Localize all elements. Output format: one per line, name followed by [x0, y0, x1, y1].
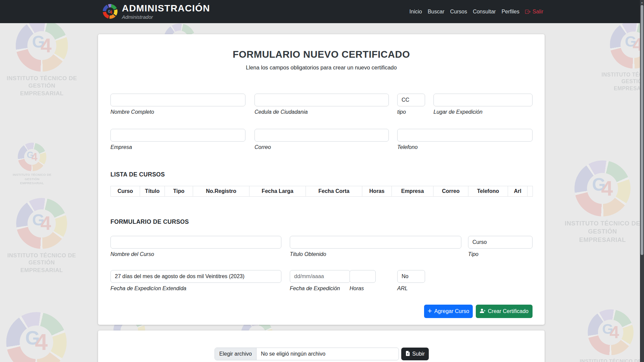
- field-tipo-curso: Curso Tipo: [468, 236, 533, 257]
- page-subtitle: Llena los campos obligatorios para crear…: [98, 64, 545, 71]
- col-horas: Horas: [362, 186, 392, 197]
- field-tipo-documento: CC tipo: [397, 94, 425, 115]
- nombre-completo-label: Nombre Completo: [110, 109, 245, 115]
- field-correo: Correo: [255, 129, 389, 150]
- watermark-logo: G4 INSTITUTO TÉCNICO DE GESTIÓN EMPRESAR…: [0, 312, 78, 362]
- nav-links: Inicio Buscar Cursos Consultar Perfiles …: [409, 9, 543, 15]
- field-fecha-expedicion: Fecha de Expedición: [290, 270, 350, 292]
- col-fecha-larga: Fecha Larga: [249, 186, 306, 197]
- agregar-curso-button[interactable]: + Agregar Curso: [424, 305, 473, 318]
- fecha-extendida-input[interactable]: [110, 270, 281, 283]
- nav-item-salir[interactable]: Salir: [525, 9, 543, 15]
- correo-input[interactable]: [255, 129, 389, 142]
- col-titulo: Título: [140, 186, 165, 197]
- page: G4 INSTITUTO TÉCNICO DE GESTIÓN EMPRESAR…: [0, 0, 644, 362]
- nombre-curso-label: Nombre del Curso: [110, 251, 281, 257]
- watermark-logo: G4 INSTITUTO TÉCNICO DE GESTIÓN EMPRESAR…: [601, 21, 644, 92]
- col-telefono: Telefono: [468, 186, 508, 197]
- lugar-expedicion-input[interactable]: [433, 94, 533, 106]
- watermark-logo: G4 INSTITUTO TÉCNICO DE GESTIÓN EMPRESAR…: [6, 19, 78, 97]
- watermark-logo: G4 INSTITUTO TÉCNICO DE GESTIÓN EMPRESAR…: [12, 143, 52, 185]
- watermark-logo: G4 INSTITUTO TÉCNICO DE GESTIÓN EMPRESAR…: [564, 160, 641, 244]
- crear-certificado-button[interactable]: Crear Certificado: [476, 305, 533, 318]
- table-header-row: Curso Título Tipo No.Registro Fecha Larg…: [111, 186, 533, 197]
- nombre-completo-input[interactable]: [110, 94, 245, 106]
- field-titulo-obtenido: Titulo Obtenido: [290, 236, 461, 257]
- col-correo: Correo: [433, 186, 468, 197]
- file-input[interactable]: Elegir archivo No se eligió ningún archi…: [215, 348, 399, 360]
- cedula-label: Cedula de Ciudadania: [255, 109, 389, 115]
- g4-ring-logo: [16, 19, 68, 72]
- arl-select[interactable]: No: [397, 270, 425, 283]
- fecha-expedicion-input[interactable]: [290, 270, 350, 283]
- field-telefono: Telefono: [397, 129, 533, 150]
- col-empresa: Empresa: [392, 186, 433, 197]
- upload-card: Elegir archivo No se eligió ningún archi…: [98, 330, 545, 362]
- horas-input[interactable]: [350, 270, 376, 283]
- scrollbar-up-icon[interactable]: ▲: [640, 1, 644, 5]
- field-lugar-expedicion: Lugar de Expedición: [433, 94, 533, 115]
- titulo-obtenido-label: Titulo Obtenido: [290, 251, 461, 257]
- col-arl: Arl: [508, 186, 527, 197]
- person-plus-icon: [480, 308, 486, 315]
- watermark-logo: G4 INSTITUTO TÉCNICO DE GESTIÓN EMPRESAR…: [7, 198, 77, 274]
- fecha-extendida-label: Fecha de Expedicíon Extendida: [110, 286, 281, 292]
- arl-label: ARL: [397, 286, 425, 292]
- field-horas: Horas: [350, 270, 376, 292]
- watermark-logo: G4 INSTITUTO TÉCNICO DE GESTIÓN EMPRESAR…: [579, 309, 642, 362]
- certificate-form-card: FORMULARIO NUEVO CERTIFICADO Llena los c…: [98, 34, 545, 325]
- tipo-curso-label: Tipo: [468, 251, 533, 257]
- cedula-input[interactable]: [255, 94, 389, 106]
- lista-cursos-heading: LISTA DE CURSOS: [110, 171, 165, 178]
- col-fecha-corta: Fecha Corta: [306, 186, 362, 197]
- horas-label: Horas: [350, 286, 376, 292]
- nav-item-buscar[interactable]: Buscar: [428, 9, 445, 15]
- choose-file-button[interactable]: Elegir archivo: [215, 348, 257, 360]
- brand[interactable]: G4 ADMINISTRACIÓN Administrador: [103, 3, 210, 20]
- empresa-input[interactable]: [110, 129, 245, 142]
- nav-item-cursos[interactable]: Cursos: [450, 9, 467, 15]
- formulario-cursos-heading: FORMULARIO DE CURSOS: [110, 218, 189, 225]
- col-no-registro: No.Registro: [193, 186, 249, 197]
- telefono-label: Telefono: [397, 144, 533, 150]
- scrollbar-thumb[interactable]: [641, 5, 643, 255]
- page-title: FORMULARIO NUEVO CERTIFICADO: [98, 49, 545, 60]
- telefono-input[interactable]: [397, 129, 533, 142]
- correo-label: Correo: [255, 144, 389, 150]
- empresa-label: Empresa: [110, 144, 245, 150]
- tipo-documento-select[interactable]: CC: [397, 94, 425, 106]
- titulo-obtenido-input[interactable]: [290, 236, 461, 249]
- nav-item-inicio[interactable]: Inicio: [409, 9, 422, 15]
- field-nombre-curso: Nombre del Curso: [110, 236, 281, 257]
- g4-logo-icon: G4: [103, 4, 118, 19]
- tipo-documento-label: tipo: [397, 109, 425, 115]
- scrollbar: ▲: [640, 0, 644, 362]
- field-nombre-completo: Nombre Completo: [110, 94, 245, 115]
- brand-title: ADMINISTRACIÓN: [122, 3, 210, 13]
- field-arl: No ARL: [397, 270, 425, 292]
- subir-button[interactable]: Subir: [401, 348, 429, 360]
- plus-icon: +: [428, 307, 432, 315]
- logout-icon: [525, 9, 531, 14]
- file-name-text: No se eligió ningún archivo: [257, 348, 330, 360]
- navbar: G4 ADMINISTRACIÓN Administrador Inicio B…: [0, 0, 644, 23]
- field-empresa: Empresa: [110, 129, 245, 150]
- col-tipo: Tipo: [165, 186, 193, 197]
- cursos-table: Curso Título Tipo No.Registro Fecha Larg…: [110, 186, 533, 197]
- file-upload-icon: [405, 351, 410, 357]
- field-cedula: Cedula de Ciudadania: [255, 94, 389, 115]
- nav-item-consultar[interactable]: Consultar: [473, 9, 496, 15]
- col-actions: [527, 186, 533, 197]
- nombre-curso-input[interactable]: [110, 236, 281, 249]
- field-fecha-extendida: Fecha de Expedicíon Extendida: [110, 270, 281, 292]
- col-curso: Curso: [111, 186, 140, 197]
- lugar-expedicion-label: Lugar de Expedición: [433, 109, 533, 115]
- fecha-expedicion-label: Fecha de Expedición: [290, 286, 350, 292]
- nav-item-perfiles[interactable]: Perfiles: [502, 9, 519, 15]
- tipo-curso-select[interactable]: Curso: [468, 236, 533, 249]
- brand-subtitle: Administrador: [122, 14, 210, 20]
